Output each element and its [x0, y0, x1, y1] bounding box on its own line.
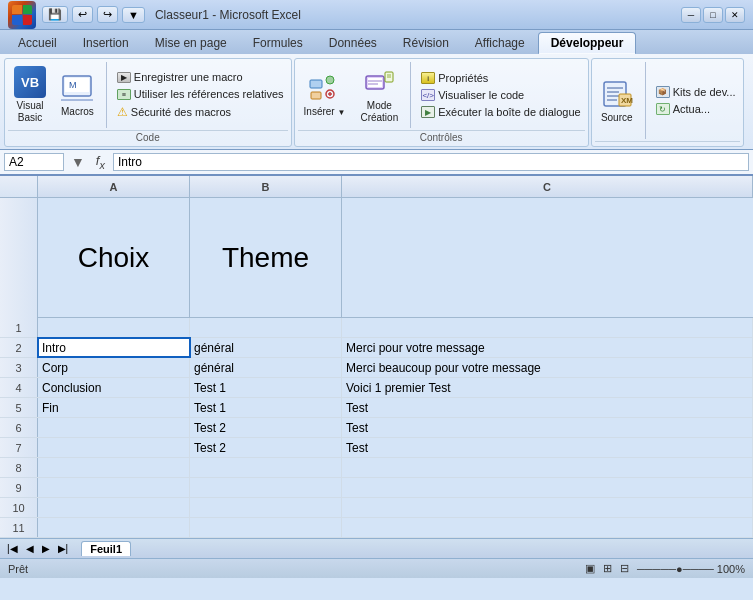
- col-header-a[interactable]: A: [38, 176, 190, 197]
- cell-2b[interactable]: général: [190, 338, 342, 357]
- visualiser-code-button[interactable]: </> Visualiser le code: [417, 87, 585, 103]
- references-relatives-button[interactable]: ≡ Utiliser les références relatives: [113, 86, 288, 102]
- zoom-slider[interactable]: ─────●──── 100%: [637, 563, 745, 575]
- cell-10a[interactable]: [38, 498, 190, 517]
- redo-button[interactable]: ↪: [97, 6, 118, 23]
- sheet-tabs: |◀ ◀ ▶ ▶| Feuil1: [0, 538, 753, 558]
- cell-4b[interactable]: Test 1: [190, 378, 342, 397]
- cell-7c[interactable]: Test: [342, 438, 753, 457]
- cell-7a[interactable]: [38, 438, 190, 457]
- enregistrer-macro-button[interactable]: ▶ Enregistrer une macro: [113, 69, 288, 85]
- theme-merged-cell[interactable]: Theme: [190, 198, 342, 317]
- corner-header[interactable]: [0, 176, 38, 197]
- col-header-c[interactable]: C: [342, 176, 753, 197]
- cell-reference-box[interactable]: A2: [4, 153, 64, 171]
- row-num-9: 9: [0, 478, 38, 497]
- row-num-6: 6: [0, 418, 38, 437]
- row-num-3: 3: [0, 358, 38, 377]
- ribbon-tabs: Accueil Insertion Mise en page Formules …: [0, 30, 753, 54]
- code-small-buttons: ▶ Enregistrer une macro ≡ Utiliser les r…: [113, 69, 288, 121]
- col-header-b[interactable]: B: [190, 176, 342, 197]
- cell-2a[interactable]: Intro: [38, 338, 190, 357]
- view-controls: ▣ ⊞ ⊟ ─────●──── 100%: [585, 562, 745, 575]
- last-sheet-nav[interactable]: ▶|: [55, 542, 72, 555]
- office-logo[interactable]: [8, 1, 36, 29]
- formula-fx-label: fx: [92, 153, 109, 171]
- maximize-button[interactable]: □: [703, 7, 723, 23]
- tab-formules[interactable]: Formules: [240, 32, 316, 54]
- save-button[interactable]: 💾: [42, 6, 68, 23]
- sheet-tab-feuil1[interactable]: Feuil1: [81, 541, 131, 556]
- cell-1c[interactable]: [342, 318, 753, 337]
- cell-5c[interactable]: Test: [342, 398, 753, 417]
- macros-button[interactable]: M Macros: [55, 68, 100, 122]
- tab-mise-en-page[interactable]: Mise en page: [142, 32, 240, 54]
- cell-9c[interactable]: [342, 478, 753, 497]
- inserer-label: Insérer ▼: [304, 106, 346, 118]
- cell-6a[interactable]: [38, 418, 190, 437]
- normal-view-icon[interactable]: ▣: [585, 562, 595, 575]
- layout-view-icon[interactable]: ⊞: [603, 562, 612, 575]
- executer-boite-button[interactable]: ▶ Exécuter la boîte de dialogue: [417, 104, 585, 120]
- undo-button[interactable]: ↩: [72, 6, 93, 23]
- props-icon: i: [421, 72, 435, 84]
- choix-merged-cell[interactable]: Choix: [38, 198, 190, 317]
- cell-10c[interactable]: [342, 498, 753, 517]
- cell-3a[interactable]: Corp: [38, 358, 190, 377]
- cell-10b[interactable]: [190, 498, 342, 517]
- merged-row-header: [0, 198, 38, 318]
- formula-bar: A2 ▼ fx Intro: [0, 150, 753, 176]
- customize-button[interactable]: ▼: [122, 7, 145, 23]
- tab-donnees[interactable]: Données: [316, 32, 390, 54]
- cell-8a[interactable]: [38, 458, 190, 477]
- cell-11a[interactable]: [38, 518, 190, 537]
- kits-de-dev-button[interactable]: 📦 Kits de dev...: [652, 84, 740, 100]
- cell-3b[interactable]: général: [190, 358, 342, 377]
- mode-creation-button[interactable]: ModeCréation: [354, 62, 404, 128]
- cell-3c[interactable]: Merci beaucoup pour votre message: [342, 358, 753, 377]
- tab-accueil[interactable]: Accueil: [5, 32, 70, 54]
- cell-9a[interactable]: [38, 478, 190, 497]
- table-row: 2 Intro général Merci pour votre message: [0, 338, 753, 358]
- cell-5b[interactable]: Test 1: [190, 398, 342, 417]
- proprietes-button[interactable]: i Propriétés: [417, 70, 585, 86]
- cell-5a[interactable]: Fin: [38, 398, 190, 417]
- cell-7b[interactable]: Test 2: [190, 438, 342, 457]
- page-break-icon[interactable]: ⊟: [620, 562, 629, 575]
- macros-label: Macros: [61, 106, 94, 118]
- inserer-button[interactable]: Insérer ▼: [298, 68, 352, 122]
- cell-8c[interactable]: [342, 458, 753, 477]
- cell-11b[interactable]: [190, 518, 342, 537]
- prev-sheet-nav[interactable]: ◀: [23, 542, 37, 555]
- actualiser-button[interactable]: ↻ Actua...: [652, 101, 740, 117]
- formula-input[interactable]: Intro: [113, 153, 749, 171]
- xml-group-label: [595, 141, 740, 143]
- tab-developpeur[interactable]: Développeur: [538, 32, 637, 54]
- table-row: 4 Conclusion Test 1 Voici 1 premier Test: [0, 378, 753, 398]
- cell-1b[interactable]: [190, 318, 342, 337]
- cell-6c[interactable]: Test: [342, 418, 753, 437]
- cell-4a[interactable]: Conclusion: [38, 378, 190, 397]
- cell-1a[interactable]: [38, 318, 190, 337]
- inserer-icon: [308, 72, 340, 104]
- svg-rect-6: [311, 92, 321, 99]
- securite-macros-button[interactable]: ⚠ Sécurité des macros: [113, 103, 288, 121]
- tab-affichage[interactable]: Affichage: [462, 32, 538, 54]
- row-num-1: 1: [0, 318, 38, 337]
- minimize-button[interactable]: ─: [681, 7, 701, 23]
- tab-revision[interactable]: Révision: [390, 32, 462, 54]
- tab-insertion[interactable]: Insertion: [70, 32, 142, 54]
- source-button[interactable]: XML Source: [595, 74, 639, 128]
- close-button[interactable]: ✕: [725, 7, 745, 23]
- cell-8b[interactable]: [190, 458, 342, 477]
- visual-basic-button[interactable]: VB VisualBasic: [8, 62, 52, 128]
- code-group-content: VB VisualBasic M Macros: [8, 62, 288, 128]
- table-row: 5 Fin Test 1 Test: [0, 398, 753, 418]
- first-sheet-nav[interactable]: |◀: [4, 542, 21, 555]
- cell-6b[interactable]: Test 2: [190, 418, 342, 437]
- cell-9b[interactable]: [190, 478, 342, 497]
- cell-2c[interactable]: Merci pour votre message: [342, 338, 753, 357]
- cell-11c[interactable]: [342, 518, 753, 537]
- cell-4c[interactable]: Voici 1 premier Test: [342, 378, 753, 397]
- next-sheet-nav[interactable]: ▶: [39, 542, 53, 555]
